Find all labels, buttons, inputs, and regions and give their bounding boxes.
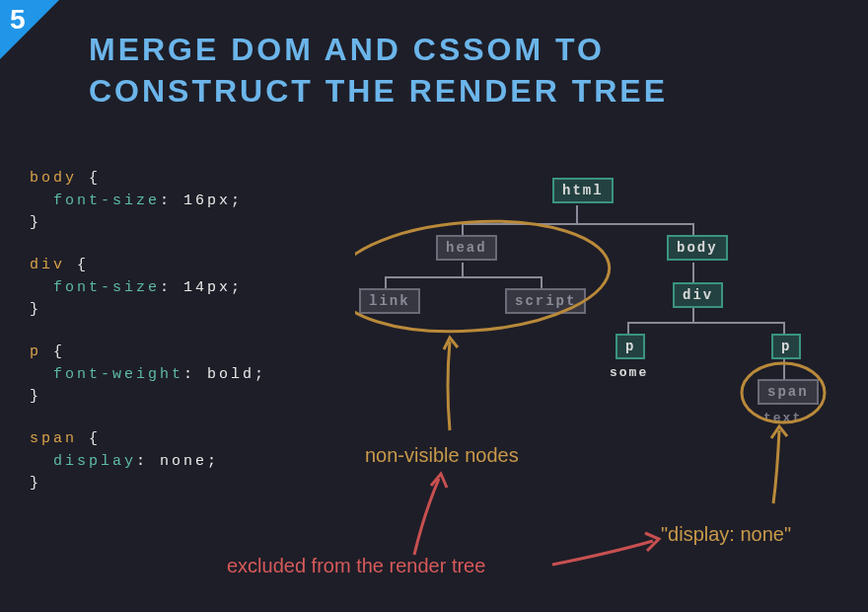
annotation-non-visible: non-visible nodes (365, 444, 519, 467)
tree-node-script: script (505, 288, 586, 314)
tree-node-body: body (667, 235, 728, 261)
tree-node-p2: p (771, 334, 801, 359)
leaf-text-text: text (763, 411, 802, 425)
css-rule-body: body { font-size: 16px; } (30, 168, 243, 235)
annotation-excluded: excluded from the render tree (227, 555, 485, 577)
slide-title: MERGE DOM AND CSSOM TO CONSTRUCT THE REN… (89, 30, 829, 112)
slide-number-badge: 5 (0, 0, 59, 59)
tree-node-span: span (758, 379, 819, 405)
css-rule-span: span { display: none; } (30, 428, 219, 496)
annotation-display-none: "display: none" (661, 523, 791, 546)
tree-node-link: link (359, 288, 420, 314)
css-rule-div: div { font-size: 14px; } (30, 255, 243, 322)
tree-node-head: head (436, 235, 497, 261)
leaf-text-some: some (610, 365, 648, 380)
tree-node-p1: p (615, 334, 645, 359)
tree-node-div: div (673, 282, 723, 308)
tree-node-html: html (552, 178, 614, 203)
css-rule-p: p { font-weight: bold; } (30, 342, 266, 409)
